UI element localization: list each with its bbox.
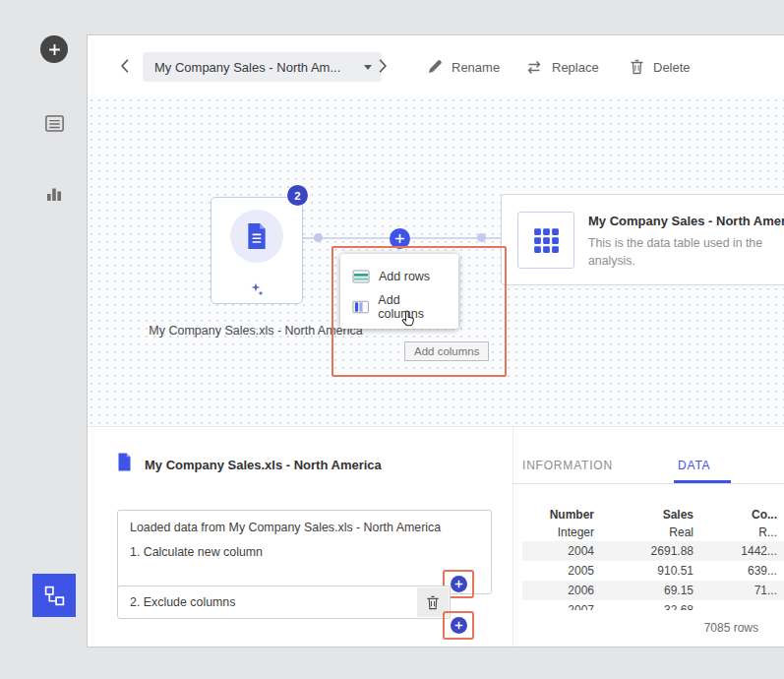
bar-chart-icon (44, 184, 64, 204)
menu-item-label: Add rows (379, 270, 430, 283)
step-exclude-label: 2. Exclude columns (130, 595, 417, 609)
connection-port (477, 233, 486, 242)
data-canvas-panel: My Company Sales - North Am... Rename Re… (87, 34, 784, 648)
tab-data[interactable]: DATA (678, 459, 710, 472)
dataset-selector[interactable]: My Company Sales - North Am... (143, 52, 382, 82)
transformations-icon (249, 281, 265, 297)
sidebar-item-data[interactable] (43, 112, 65, 134)
pencil-icon (427, 59, 443, 75)
cell: 71... (696, 584, 781, 597)
transformation-count-badge: 2 (287, 185, 308, 206)
menu-item-add-rows[interactable]: Add rows (340, 261, 458, 291)
chevron-right-icon (375, 58, 391, 74)
next-source-button[interactable] (375, 58, 391, 74)
cell: 2007 (522, 603, 598, 610)
delete-label: Delete (653, 60, 691, 75)
data-canvas-icon (43, 585, 66, 607)
connection-port (314, 233, 323, 242)
insert-step-highlight-2 (443, 611, 474, 640)
cell: 639... (696, 564, 781, 578)
plus-icon (48, 43, 61, 56)
table-type-row: Integer Real R... (522, 524, 784, 541)
sidebar-item-visualizations[interactable] (43, 183, 65, 205)
add-columns-icon (352, 300, 369, 314)
column-type: Real (598, 525, 696, 539)
swap-icon (525, 60, 543, 75)
cell: 2004 (522, 544, 598, 558)
column-type: Integer (522, 525, 598, 539)
table-row: 2004 2691.88 1442... (522, 541, 784, 561)
column-name: Number (522, 508, 598, 522)
document-icon (117, 453, 132, 471)
cell: 2691.88 (598, 544, 696, 558)
tab-divider (513, 483, 784, 484)
document-icon (246, 223, 268, 249)
rename-label: Rename (452, 60, 500, 75)
add-content-button[interactable] (40, 35, 68, 63)
step-card-exclude-columns[interactable]: 2. Exclude columns (117, 586, 451, 619)
cell: 2005 (522, 564, 598, 578)
delete-button[interactable]: Delete (630, 50, 691, 84)
table-node-title: My Company Sales - North America (588, 214, 784, 228)
table-node-description: This is the data table used in the analy… (588, 235, 781, 271)
panel-divider (513, 427, 513, 647)
tab-information[interactable]: INFORMATION (522, 459, 613, 472)
cell: 2006 (522, 584, 598, 597)
step-calculate-column: 1. Calculate new column (130, 544, 461, 561)
plus-icon (394, 233, 405, 244)
data-canvas: My Company Sales.xls - North America 2 (88, 96, 784, 426)
canvas-toolbar: My Company Sales - North Am... Rename Re… (88, 35, 784, 96)
add-transformation-button[interactable] (390, 228, 410, 249)
source-node-avatar (230, 210, 283, 263)
cell: 32.68 (598, 603, 696, 610)
plus-icon (454, 580, 463, 588)
sidebar-item-data-canvas[interactable] (32, 574, 76, 617)
table-row: 2007 32.68 (522, 600, 784, 610)
step-card-loaded-data[interactable]: Loaded data from My Company Sales.xls - … (117, 510, 492, 594)
table-header-row: Number Sales Co... (522, 506, 784, 524)
column-name: Sales (598, 508, 696, 522)
details-panel: My Company Sales.xls - North America Loa… (88, 426, 784, 647)
data-table-node[interactable]: My Company Sales - North America This is… (501, 194, 784, 285)
chevron-left-icon (117, 58, 133, 74)
insert-step-button-1[interactable] (451, 576, 467, 592)
table-node-avatar (517, 212, 574, 269)
data-preview-table: Number Sales Co... Integer Real R... 200… (522, 506, 784, 610)
column-type: R... (696, 525, 781, 539)
column-name: Co... (696, 508, 781, 522)
source-file-node[interactable] (211, 197, 303, 304)
cell: 69.15 (598, 584, 696, 597)
add-context-menu: Add rows Add columns (340, 254, 458, 329)
replace-button[interactable]: Replace (525, 50, 599, 84)
step-loaded-text: Loaded data from My Company Sales.xls - … (130, 520, 461, 536)
menu-item-add-columns[interactable]: Add columns (340, 291, 458, 322)
rename-button[interactable]: Rename (427, 50, 500, 84)
row-count: 7085 rows (704, 621, 758, 635)
insert-step-button-2[interactable] (451, 617, 467, 634)
source-panel-title: My Company Sales.xls - North America (145, 458, 382, 472)
cursor-icon (400, 309, 417, 329)
add-rows-icon (352, 270, 370, 283)
replace-label: Replace (552, 60, 599, 75)
cell: 1442... (696, 544, 781, 558)
caret-down-icon (364, 65, 372, 70)
table-row: 2005 910.51 639... (522, 561, 784, 581)
table-grid-icon (533, 227, 560, 254)
left-sidebar (0, 0, 87, 679)
trash-icon (426, 595, 440, 610)
add-columns-tooltip: Add columns (404, 341, 489, 361)
table-row: 2006 69.15 71... (522, 581, 784, 600)
dataset-selector-value: My Company Sales - North Am... (154, 60, 356, 75)
trash-icon (630, 59, 644, 75)
plus-icon (454, 621, 463, 630)
data-list-icon (44, 113, 65, 134)
cell: 910.51 (598, 564, 696, 578)
previous-source-button[interactable] (117, 58, 133, 74)
